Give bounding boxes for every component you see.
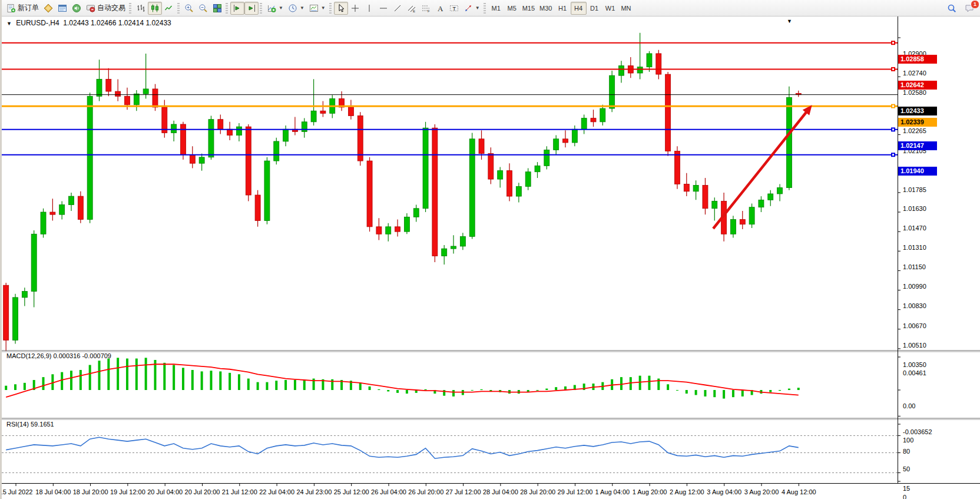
chart-collapse-icon[interactable]: ▼	[6, 21, 12, 27]
panel-splitter-bar[interactable]	[2, 351, 980, 352]
macd-histogram-bar	[191, 370, 194, 390]
bull-candle	[712, 201, 717, 208]
tile-windows-icon	[213, 4, 222, 13]
bull-candle	[637, 67, 643, 73]
toolbar-separator	[484, 3, 486, 14]
macd-histogram-bar	[275, 381, 277, 390]
search-button[interactable]	[945, 2, 959, 15]
macd-histogram-bar	[70, 371, 72, 390]
hline-tool-icon	[379, 4, 388, 13]
new-order-button[interactable]: 新订单	[4, 2, 41, 15]
data-window-button[interactable]	[55, 2, 69, 15]
line-anchor-marker-center	[892, 68, 894, 70]
equidistant-channel-button[interactable]: E	[405, 2, 419, 15]
zoom-in-button[interactable]	[182, 2, 196, 15]
bull-candle	[171, 124, 177, 133]
trendline-tool-icon	[393, 4, 402, 13]
bull-candle	[302, 122, 307, 132]
macd-histogram-bar	[387, 390, 389, 391]
crosshair-button[interactable]	[348, 2, 362, 15]
sound-button[interactable]	[69, 2, 84, 15]
timeframe-d1[interactable]: D1	[587, 2, 602, 15]
trendline-button[interactable]	[390, 2, 405, 15]
price-tick-label: 1.02580	[903, 89, 926, 96]
horizontal-line-button[interactable]	[376, 2, 390, 15]
bull-candle	[600, 108, 605, 122]
price-tick-label: 1.01785	[903, 186, 926, 193]
macd-tick-label: -0.003652	[903, 428, 932, 435]
toolbar-separator	[226, 3, 228, 14]
bull-candle	[768, 194, 773, 200]
price-tick-label: 1.00990	[903, 283, 926, 290]
macd-histogram-bar	[14, 384, 16, 390]
macd-histogram-bar	[667, 384, 669, 390]
timeframe-m15[interactable]: M15	[520, 2, 537, 15]
auto-trading-button[interactable]: 自动交易	[84, 2, 128, 15]
panel-splitter-bar[interactable]	[2, 419, 980, 420]
timeframe-h4[interactable]: H4	[571, 2, 587, 15]
current-price-line-tag: 1.02433	[898, 107, 937, 115]
bear-candle	[4, 285, 9, 340]
tile-windows-button[interactable]	[210, 2, 224, 15]
toolbar-separator	[329, 3, 332, 14]
text-label-button[interactable]: T	[447, 2, 461, 15]
arrows-button[interactable]: ▼	[461, 2, 482, 15]
timeframe-w1[interactable]: W1	[602, 2, 618, 15]
vline-tool-icon	[365, 4, 374, 13]
new-order-icon	[6, 4, 16, 13]
auto-scroll-button[interactable]	[230, 2, 244, 15]
chart-shift-button[interactable]	[244, 2, 259, 15]
line-anchor-marker-center	[892, 154, 894, 156]
zoom-out-button[interactable]	[196, 2, 210, 15]
svg-text:A: A	[438, 4, 443, 13]
dropdown-caret-icon[interactable]: ▼	[321, 5, 326, 11]
bear-candle	[367, 161, 372, 227]
chart-corner-arrow-icon[interactable]: ▼	[787, 18, 792, 24]
bear-candle	[115, 91, 121, 96]
line-chart-button[interactable]	[162, 2, 176, 15]
price-chart-canvas[interactable]	[2, 16, 980, 499]
timeframe-h1[interactable]: H1	[555, 2, 571, 15]
timeframe-m1[interactable]: M1	[488, 2, 504, 15]
bull-candle	[236, 127, 241, 135]
line-anchor-marker-center	[892, 105, 894, 107]
chart-window[interactable]: ▼ EURUSD-,H4 1.02443 1.02466 1.02414 1.0…	[2, 16, 980, 499]
bull-candle	[647, 54, 652, 67]
bear-candle	[357, 115, 363, 161]
indicators-button[interactable]: ▼	[264, 2, 286, 15]
rsi-tick-label: 80	[903, 448, 910, 455]
bar-chart-button[interactable]	[134, 2, 148, 15]
dropdown-caret-icon[interactable]: ▼	[300, 5, 304, 11]
text-button[interactable]: A	[433, 2, 447, 15]
bull-candle	[451, 246, 456, 249]
macd-tick-label: 0.00	[903, 402, 915, 409]
market-watch-button[interactable]	[41, 2, 55, 15]
vertical-line-button[interactable]	[362, 2, 376, 15]
notifications-button[interactable]: 1	[962, 2, 976, 15]
bull-candle	[730, 219, 736, 234]
svg-text:E: E	[413, 9, 415, 13]
dropdown-caret-icon[interactable]: ▼	[475, 5, 480, 11]
dropdown-caret-icon[interactable]: ▼	[279, 5, 283, 11]
toolbar-separator	[177, 3, 180, 14]
candlestick-chart-button[interactable]	[148, 2, 162, 15]
periods-button[interactable]: ▼	[286, 2, 307, 15]
timeframe-m5[interactable]: M5	[504, 2, 520, 15]
timeframe-mn[interactable]: MN	[618, 2, 634, 15]
macd-tick-label: 0.00461	[903, 369, 926, 376]
bear-candle	[180, 124, 186, 155]
pivot-line-tag: 1.02339	[898, 118, 937, 127]
bull-candle	[134, 94, 139, 105]
macd-histogram-bar	[779, 390, 781, 391]
bear-candle	[703, 185, 708, 208]
macd-histogram-bar	[425, 389, 427, 390]
macd-histogram-bar	[247, 379, 250, 390]
fibonacci-button[interactable]: F	[419, 2, 433, 15]
templates-button[interactable]: ▼	[307, 2, 328, 15]
bull-candle	[413, 209, 419, 217]
bull-candle	[693, 185, 698, 191]
bull-candle	[498, 171, 503, 179]
cursor-button[interactable]	[334, 2, 348, 15]
bear-candle	[153, 89, 158, 107]
timeframe-m30[interactable]: M30	[537, 2, 554, 15]
